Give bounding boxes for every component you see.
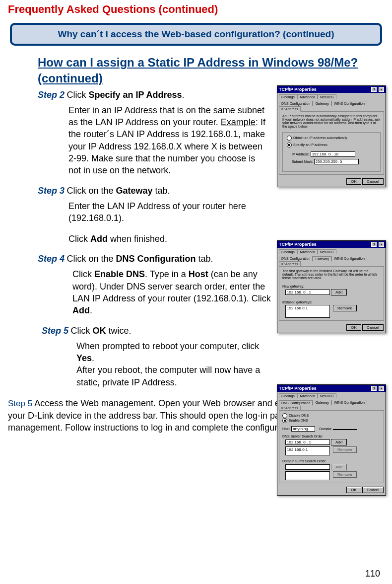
tab-wins[interactable]: WINS Configuration xyxy=(331,256,367,261)
step-4-body: Click Enable DNS. Type in a Host (can be… xyxy=(72,268,271,316)
text-bold: Specify an IP Address xyxy=(88,90,182,100)
step-5-label: Step 5 xyxy=(42,326,68,336)
step-4-text: Click on the DNS Configuration tab. xyxy=(66,254,213,264)
tab-wins[interactable]: WINS Configuration xyxy=(331,101,367,106)
tab-dns[interactable]: DNS Configuration xyxy=(279,400,313,406)
radio-obtain-auto[interactable]: Obtain an IP address automatically xyxy=(287,136,376,141)
host-input[interactable]: anything xyxy=(291,426,315,432)
dns-search-list[interactable]: 192.168.0.1 xyxy=(285,446,330,455)
remove-button[interactable]: Remove xyxy=(333,305,357,311)
text: . xyxy=(92,353,94,363)
window-controls: ? × xyxy=(371,87,384,92)
tab-gateway[interactable]: Gateway xyxy=(313,400,331,405)
dialog-titlebar: TCP/IP Properties ? × xyxy=(277,385,386,392)
domain-input[interactable] xyxy=(333,429,357,430)
text: Click on the xyxy=(66,186,116,196)
text: Click xyxy=(72,269,94,279)
dialog-tabs-row1: Bindings Advanced NetBIOS xyxy=(277,392,386,398)
tab-ipaddress[interactable]: IP Address xyxy=(279,405,301,410)
tab-wins[interactable]: WINS Configuration xyxy=(331,400,367,405)
cancel-button[interactable]: Cancel xyxy=(362,487,384,493)
dialog-intro-text: An IP address can be automatically assig… xyxy=(282,114,381,128)
text: Enter the LAN IP Address of your router … xyxy=(68,200,267,224)
help-icon[interactable]: ? xyxy=(371,87,377,92)
text: tab. xyxy=(153,186,170,196)
help-icon[interactable]: ? xyxy=(371,386,377,391)
page-title: Frequently Asked Questions (continued) xyxy=(8,3,384,16)
tab-ipaddress[interactable]: IP Address xyxy=(279,106,301,112)
dialog-footer: OK Cancel xyxy=(277,485,386,495)
installed-gateways-list[interactable]: 192.168.0.1 xyxy=(285,305,330,318)
tab-bindings[interactable]: Bindings xyxy=(279,393,297,398)
dns-search-input[interactable]: 192.168. 0 . 1 xyxy=(285,439,330,445)
text-bold: Enable DNS xyxy=(94,269,145,279)
window-controls: ? × xyxy=(371,386,384,391)
radio-disable-dns[interactable]: Disable DNS xyxy=(282,413,381,418)
text: Click xyxy=(66,90,88,100)
text-bold: Gateway xyxy=(116,186,153,196)
step-3-text: Click on the Gateway tab. xyxy=(66,186,170,196)
text-bold: OK xyxy=(92,326,106,336)
text-bold: Yes xyxy=(76,353,92,363)
ok-button[interactable]: OK xyxy=(346,178,361,185)
tab-advanced[interactable]: Advanced xyxy=(297,94,318,99)
tab-dns[interactable]: DNS Configuration xyxy=(279,101,313,106)
tab-netbios[interactable]: NetBIOS xyxy=(318,249,336,254)
dialog-title-text: TCP/IP Properties xyxy=(279,87,317,92)
text: . xyxy=(90,305,92,315)
ok-button[interactable]: OK xyxy=(346,324,361,331)
remove-button-suffix[interactable]: Remove xyxy=(333,471,357,478)
remove-button[interactable]: Remove xyxy=(333,446,357,453)
tcpip-dialog-dns: TCP/IP Properties ? × Bindings Advanced … xyxy=(277,384,386,496)
domain-suffix-label: Domain Suffix Search Order xyxy=(282,459,381,463)
tab-netbios[interactable]: NetBIOS xyxy=(318,94,336,99)
window-controls: ? × xyxy=(371,242,384,247)
dialog-title-text: TCP/IP Properties xyxy=(279,386,317,391)
dialog-tabs-row1: Bindings Advanced NetBIOS xyxy=(277,248,386,254)
tab-gateway[interactable]: Gateway xyxy=(313,256,331,262)
close-icon[interactable]: × xyxy=(379,87,384,92)
text: After you reboot, the computer will now … xyxy=(76,364,275,388)
text: . Type in a xyxy=(145,269,189,279)
add-button[interactable]: Add xyxy=(331,289,347,295)
radio-enable-dns[interactable]: Enable DNS xyxy=(282,418,381,423)
tab-bindings[interactable]: Bindings xyxy=(279,249,297,254)
ip-address-input[interactable]: 192.168. 0 . 10 xyxy=(311,151,355,157)
tab-advanced[interactable]: Advanced xyxy=(297,249,318,254)
dialog-tabs-row2: DNS Configuration Gateway WINS Configura… xyxy=(277,99,386,111)
section-subheading: How can I assign a Static IP Address in … xyxy=(38,55,384,87)
tab-gateway[interactable]: Gateway xyxy=(313,101,331,106)
text-bold: Add xyxy=(90,234,108,244)
step-2-label: Step 2 xyxy=(38,90,65,100)
ok-button[interactable]: OK xyxy=(346,487,361,493)
text-underline: Example xyxy=(221,117,256,127)
tab-dns[interactable]: DNS Configuration xyxy=(279,256,313,261)
tab-advanced[interactable]: Advanced xyxy=(297,393,318,398)
close-icon[interactable]: × xyxy=(379,242,384,247)
text: Click xyxy=(70,326,92,336)
step-5-body: When prompted to reboot your computer, c… xyxy=(76,340,275,388)
step-5-text: Click OK twice. xyxy=(70,326,131,336)
subnet-mask-input[interactable]: 255.255.255. 0 xyxy=(314,159,359,164)
close-icon[interactable]: × xyxy=(379,386,384,391)
tab-bindings[interactable]: Bindings xyxy=(279,94,297,99)
new-gateway-input[interactable]: 192.168. 0 . 1 xyxy=(285,290,330,295)
dialog-footer: OK Cancel xyxy=(277,322,386,333)
radio-specify-ip[interactable]: Specify an IP address: xyxy=(287,143,376,147)
help-icon[interactable]: ? xyxy=(371,242,377,247)
cancel-button[interactable]: Cancel xyxy=(362,178,384,185)
domain-label: Domain: xyxy=(319,427,332,431)
dialog-tabs-row2: DNS Configuration Gateway WINS Configura… xyxy=(277,398,386,410)
dialog-footer: OK Cancel xyxy=(277,176,386,187)
text: When prompted to reboot your computer, c… xyxy=(76,340,275,365)
tab-ipaddress[interactable]: IP Address xyxy=(279,261,301,266)
cancel-button[interactable]: Cancel xyxy=(362,324,384,331)
domain-suffix-list[interactable] xyxy=(285,471,330,480)
text: tab. xyxy=(196,254,213,264)
add-button-suffix[interactable]: Add xyxy=(331,464,347,470)
dialog-body: Disable DNS Enable DNS Host: anything Do… xyxy=(279,410,384,483)
add-button[interactable]: Add xyxy=(331,439,347,445)
text: When prompted to reboot your computer, c… xyxy=(76,341,259,351)
dialog-titlebar: TCP/IP Properties ? × xyxy=(277,86,386,93)
tab-netbios[interactable]: NetBIOS xyxy=(318,393,336,398)
